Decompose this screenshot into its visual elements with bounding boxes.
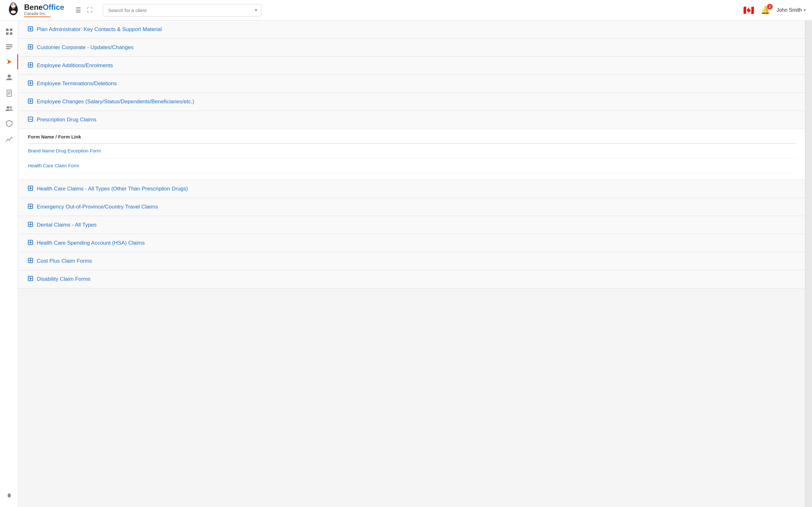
user-name: John Smith <box>776 7 802 13</box>
svg-rect-43 <box>29 188 32 188</box>
logo-text: BeneOffice Canada Inc. <box>24 3 64 17</box>
accordion-title-hsa-claims[interactable]: Health Care Spending Account (HSA) Claim… <box>37 240 145 246</box>
accordion-item-plan-admin: Plan Administrator: Key Contacts & Suppo… <box>18 20 805 39</box>
layout: Plan Administrator: Key Contacts & Suppo… <box>0 20 812 507</box>
table-row: Brand Name Drug Exception Form <box>28 144 796 158</box>
analytics-icon <box>6 136 13 142</box>
sidebar-item-shield[interactable] <box>0 116 18 131</box>
plus-icon <box>28 258 34 264</box>
accordion-title-employee-additions[interactable]: Employee Additions/Enrolments <box>37 62 113 69</box>
plus-icon <box>28 44 34 51</box>
accordion-item-prescription-drug: Prescription Drug ClaimsForm Name / Form… <box>18 111 805 180</box>
plus-icon <box>28 222 34 228</box>
svg-rect-29 <box>29 47 32 47</box>
svg-rect-13 <box>6 46 12 47</box>
accordion-item-dental-claims: Dental Claims - All Types <box>18 216 805 234</box>
accordion-item-hsa-claims: Health Care Spending Account (HSA) Claim… <box>18 234 805 252</box>
accordion-title-employee-changes[interactable]: Employee Changes (Salary/Status/Dependen… <box>37 99 194 105</box>
svg-marker-15 <box>7 59 11 64</box>
accordion-header-cost-plus[interactable]: Cost Plus Claim Forms <box>18 252 805 270</box>
plus-icon <box>28 62 34 69</box>
logo-canada: Canada Inc. <box>24 12 64 16</box>
accordion-header-customer-corporate[interactable]: Customer Corporate - Updates/Changes <box>18 39 805 56</box>
sidebar-item-group[interactable] <box>0 101 18 116</box>
accordion-header-plan-admin[interactable]: Plan Administrator: Key Contacts & Suppo… <box>18 20 805 38</box>
accordion-title-emergency-travel[interactable]: Emergency Out-of-Province/Country Travel… <box>37 204 158 210</box>
svg-point-5 <box>12 4 13 5</box>
user-menu[interactable]: John Smith ▾ <box>776 7 806 13</box>
settings-icon <box>6 493 13 499</box>
accordion-title-prescription-drug[interactable]: Prescription Drug Claims <box>37 117 96 123</box>
svg-rect-10 <box>6 32 9 35</box>
svg-rect-8 <box>6 29 9 31</box>
accordion-header-dental-claims[interactable]: Dental Claims - All Types <box>18 216 805 234</box>
sidebar-item-dashboard[interactable] <box>0 24 18 40</box>
svg-rect-58 <box>29 278 32 279</box>
plus-icon <box>28 204 34 210</box>
svg-rect-12 <box>6 44 12 45</box>
accordion-header-health-care-claims[interactable]: Health Care Claims - All Types (Other Th… <box>18 180 805 198</box>
accordion-header-employee-changes[interactable]: Employee Changes (Salary/Status/Dependen… <box>18 93 805 111</box>
svg-rect-46 <box>29 206 32 207</box>
svg-rect-49 <box>29 224 32 225</box>
svg-rect-38 <box>29 101 32 101</box>
sidebar-item-messages[interactable] <box>0 40 18 54</box>
accordion-header-emergency-travel[interactable]: Emergency Out-of-Province/Country Travel… <box>18 198 805 216</box>
accordion-item-disability-claims: Disability Claim Forms <box>18 270 805 288</box>
sidebar-item-settings[interactable] <box>0 488 18 504</box>
accordion-title-dental-claims[interactable]: Dental Claims - All Types <box>37 222 97 228</box>
svg-rect-20 <box>8 94 9 95</box>
accordion-title-employee-terminations[interactable]: Employee Terminations/Deletions <box>37 80 117 87</box>
svg-rect-40 <box>29 119 32 119</box>
accordion-body-prescription-drug: Form Name / Form LinkBrand Name Drug Exc… <box>18 129 805 180</box>
accordion-header-employee-terminations[interactable]: Employee Terminations/Deletions <box>18 75 805 93</box>
plus-icon <box>28 80 34 87</box>
plus-icon <box>28 276 34 282</box>
accordion-item-emergency-travel: Emergency Out-of-Province/Country Travel… <box>18 198 805 216</box>
sidebar-item-person[interactable] <box>0 69 18 85</box>
svg-rect-32 <box>29 65 32 65</box>
svg-point-21 <box>7 106 9 109</box>
puffin-icon <box>6 1 20 20</box>
sidebar <box>0 20 18 507</box>
table-row: Health Care Claim Form <box>28 158 796 173</box>
notification-bell[interactable]: 🔔 2 <box>761 6 770 14</box>
form-link[interactable]: Health Care Claim Form <box>28 163 79 168</box>
sidebar-item-navigation[interactable] <box>0 54 18 69</box>
accordion-title-disability-claims[interactable]: Disability Claim Forms <box>37 276 90 282</box>
accordion-item-employee-additions: Employee Additions/Enrolments <box>18 57 805 75</box>
accordion-header-employee-additions[interactable]: Employee Additions/Enrolments <box>18 57 805 74</box>
search-input[interactable] <box>103 4 261 16</box>
accordion-header-prescription-drug[interactable]: Prescription Drug Claims <box>18 111 805 129</box>
menu-button[interactable]: ☰ <box>75 6 81 14</box>
svg-point-22 <box>9 106 12 109</box>
puffin-svg <box>6 1 20 16</box>
svg-rect-55 <box>29 260 32 261</box>
accordion-title-plan-admin[interactable]: Plan Administrator: Key Contacts & Suppo… <box>37 26 162 33</box>
logo-bene: Bene <box>24 3 43 11</box>
sidebar-item-reports[interactable] <box>0 85 18 101</box>
expand-button[interactable]: ⛶ <box>87 7 93 14</box>
svg-rect-35 <box>29 83 32 83</box>
accordion-item-employee-terminations: Employee Terminations/Deletions <box>18 75 805 93</box>
right-scroll-panel <box>805 20 812 507</box>
form-link[interactable]: Brand Name Drug Exception Form <box>28 148 101 153</box>
navigation-icon <box>6 59 12 65</box>
sidebar-item-analytics[interactable] <box>0 131 18 147</box>
accordion-item-health-care-claims: Health Care Claims - All Types (Other Th… <box>18 180 805 198</box>
accordion-item-employee-changes: Employee Changes (Salary/Status/Dependen… <box>18 93 805 111</box>
accordion-title-health-care-claims[interactable]: Health Care Claims - All Types (Other Th… <box>37 186 188 192</box>
svg-point-6 <box>14 4 15 5</box>
accordion-title-cost-plus[interactable]: Cost Plus Claim Forms <box>37 258 92 264</box>
minus-icon <box>28 117 34 123</box>
accordion-header-hsa-claims[interactable]: Health Care Spending Account (HSA) Claim… <box>18 234 805 252</box>
main-content: Plan Administrator: Key Contacts & Suppo… <box>18 20 805 507</box>
accordion-header-disability-claims[interactable]: Disability Claim Forms <box>18 270 805 288</box>
svg-rect-19 <box>8 93 10 94</box>
svg-rect-18 <box>8 92 10 92</box>
svg-point-7 <box>11 10 16 14</box>
svg-rect-9 <box>10 29 12 31</box>
plus-icon <box>28 99 34 105</box>
accordion-title-customer-corporate[interactable]: Customer Corporate - Updates/Changes <box>37 44 134 51</box>
group-icon <box>5 106 13 111</box>
